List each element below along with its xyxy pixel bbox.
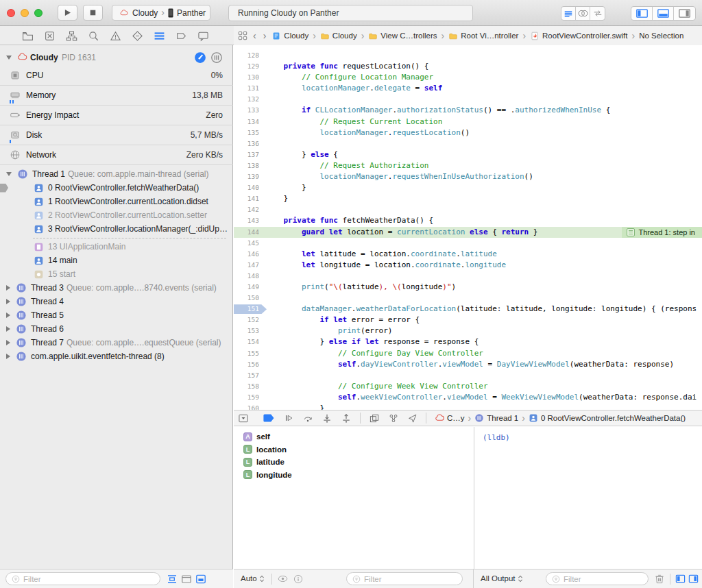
disclosure-closed-icon[interactable] bbox=[6, 313, 10, 318]
variable-row[interactable]: Aself bbox=[234, 430, 473, 443]
line-number[interactable]: 128 bbox=[234, 50, 259, 61]
thread-row[interactable]: com.apple.uikit.eventfetch-thread (8) bbox=[0, 350, 233, 363]
related-items-icon[interactable] bbox=[238, 31, 247, 40]
gauges-view-icon[interactable] bbox=[194, 51, 206, 64]
gauge-row-cpu[interactable]: CPU0% bbox=[0, 66, 233, 86]
code-line[interactable]: 140 } bbox=[234, 182, 702, 193]
breadcrumb-item[interactable]: Cloudy bbox=[320, 32, 357, 40]
line-number[interactable]: 141 bbox=[234, 193, 259, 204]
thread-row[interactable]: Thread 5 bbox=[0, 308, 233, 322]
code-line[interactable]: 133 if CLLocationManager.authorizationSt… bbox=[234, 105, 702, 116]
stack-frame-row[interactable]: 15 start bbox=[0, 267, 233, 281]
disclosure-closed-icon[interactable] bbox=[6, 285, 10, 291]
gauge-row-disk[interactable]: Disk5,7 MB/s bbox=[0, 125, 233, 145]
navigator-tab-find-navigator[interactable] bbox=[86, 29, 100, 42]
toggle-console-pane-icon[interactable] bbox=[688, 574, 699, 584]
assistant-editor-button[interactable] bbox=[576, 7, 590, 20]
navigator-tab-test-navigator[interactable] bbox=[130, 29, 144, 42]
breadcrumb-item[interactable]: Cloudy bbox=[271, 32, 308, 40]
line-number[interactable]: 140 bbox=[234, 182, 259, 193]
code-line[interactable]: 145 bbox=[234, 238, 702, 249]
code-line[interactable]: 142 bbox=[234, 204, 702, 215]
code-line[interactable]: 144 guard let location = currentLocation… bbox=[234, 227, 702, 238]
code-line[interactable]: 157 bbox=[234, 370, 702, 381]
variables-filter-field[interactable] bbox=[346, 572, 463, 585]
line-number[interactable]: 150 bbox=[234, 293, 259, 304]
toggle-inspector-button[interactable] bbox=[674, 7, 695, 20]
line-number[interactable]: 158 bbox=[234, 381, 259, 392]
code-line[interactable]: 152 if let error = error { bbox=[234, 315, 702, 326]
gauge-row-memory[interactable]: Memory13,8 MB bbox=[0, 86, 233, 106]
line-number[interactable]: 152 bbox=[234, 315, 259, 326]
stack-frame-row[interactable]: 13 UIApplicationMain bbox=[0, 240, 233, 254]
code-line[interactable]: 130 // Configure Location Manager bbox=[234, 72, 702, 83]
variable-row[interactable]: Llatitude bbox=[234, 456, 473, 469]
navigator-tab-debug-navigator[interactable] bbox=[152, 29, 166, 42]
code-line[interactable]: 153 print(error) bbox=[234, 326, 702, 336]
threads-view-icon[interactable] bbox=[210, 51, 223, 64]
trash-icon[interactable] bbox=[655, 574, 664, 584]
navigator-tab-source-control[interactable] bbox=[43, 29, 56, 42]
code-line[interactable]: 128 bbox=[234, 50, 702, 61]
code-line[interactable]: 158 // Configure Week View Controller bbox=[234, 381, 702, 392]
code-line[interactable]: 139 locationManager.requestWhenInUseAuth… bbox=[234, 171, 702, 182]
disclosure-open-icon[interactable] bbox=[6, 56, 12, 60]
thread-row[interactable]: Thread 4 bbox=[0, 295, 233, 308]
stack-frame-row[interactable]: 14 main bbox=[0, 254, 233, 267]
zoom-window-button[interactable] bbox=[34, 9, 43, 17]
process-header[interactable]: Cloudy PID 1631 bbox=[0, 49, 233, 66]
continue-icon[interactable] bbox=[284, 413, 294, 423]
line-number[interactable]: 135 bbox=[234, 127, 259, 138]
stack-frame-row[interactable]: 2 RootViewController.currentLocation.set… bbox=[0, 208, 233, 222]
line-number[interactable]: 145 bbox=[234, 238, 259, 249]
line-number[interactable]: 147 bbox=[234, 260, 259, 271]
toggle-variables-pane-icon[interactable] bbox=[675, 574, 686, 584]
code-line[interactable]: 146 let latitude = location.coordinate.l… bbox=[234, 249, 702, 260]
code-line[interactable]: 143 private func fetchWeatherData() { bbox=[234, 215, 702, 226]
code-line[interactable]: 131 locationManager.delegate = self bbox=[234, 83, 702, 94]
line-number[interactable]: 156 bbox=[234, 359, 259, 370]
stack-frame-row[interactable]: 1 RootViewController.currentLocation.did… bbox=[0, 195, 233, 208]
line-number[interactable]: 138 bbox=[234, 160, 259, 171]
code-line[interactable]: 132 bbox=[234, 94, 702, 105]
line-number[interactable]: 148 bbox=[234, 271, 259, 282]
line-number[interactable]: 154 bbox=[234, 336, 259, 347]
navigator-filter-input[interactable] bbox=[23, 575, 154, 583]
line-number[interactable]: 155 bbox=[234, 348, 259, 359]
thread-row[interactable]: Thread 7Queue: com.apple….equestQueue (s… bbox=[0, 336, 233, 350]
variable-row[interactable]: Llocation bbox=[234, 443, 473, 456]
windowed-processes-icon[interactable] bbox=[181, 574, 192, 585]
stack-frame-row[interactable]: 3 RootViewController.locationManager(_:d… bbox=[0, 222, 233, 236]
thread-row[interactable]: Thread 1Queue: com.apple.main-thread (se… bbox=[0, 167, 233, 181]
code-line[interactable]: 135 locationManager.requestLocation() bbox=[234, 127, 702, 138]
variable-row[interactable]: Llongitude bbox=[234, 469, 473, 482]
code-line[interactable]: 149 print("\(latitude), \(longitude)") bbox=[234, 282, 702, 293]
line-number[interactable]: 129 bbox=[234, 61, 259, 72]
line-number[interactable]: 157 bbox=[234, 370, 259, 381]
line-number[interactable]: 133 bbox=[234, 105, 259, 116]
line-number[interactable]: 159 bbox=[234, 392, 259, 403]
toggle-debug-area-button[interactable] bbox=[653, 7, 674, 20]
close-window-button[interactable] bbox=[7, 9, 15, 17]
breakpoints-toggle-icon[interactable] bbox=[263, 413, 276, 423]
code-line[interactable]: 138 // Request Authorization bbox=[234, 160, 702, 171]
line-number[interactable]: 136 bbox=[234, 138, 259, 149]
memory-graph-icon[interactable] bbox=[388, 413, 399, 424]
code-line[interactable]: 150 bbox=[234, 293, 702, 304]
line-number[interactable]: 143 bbox=[234, 215, 259, 226]
console-output-popup[interactable]: All Output bbox=[481, 574, 523, 583]
line-number[interactable]: 153 bbox=[234, 326, 259, 336]
navigator-tab-project-navigator[interactable] bbox=[21, 29, 34, 42]
line-number[interactable]: 131 bbox=[234, 83, 259, 94]
console-filter-input[interactable] bbox=[564, 575, 642, 583]
step-out-icon[interactable] bbox=[341, 413, 352, 424]
source-editor[interactable]: 128129 private func requestLocation() {1… bbox=[234, 45, 702, 410]
navigator-tab-breakpoint-navigator[interactable] bbox=[174, 29, 188, 42]
code-line[interactable]: 147 let longitude = location.coordinate.… bbox=[234, 260, 702, 271]
line-number[interactable]: 149 bbox=[234, 282, 259, 293]
view-hierarchy-icon[interactable] bbox=[369, 413, 380, 424]
debug-breadcrumb-item[interactable]: C…y bbox=[435, 413, 465, 423]
line-number[interactable]: 146 bbox=[234, 249, 259, 260]
stack-frame-row[interactable]: 0 RootViewController.fetchWeatherData() bbox=[0, 181, 233, 195]
thread-row[interactable]: Thread 6 bbox=[0, 322, 233, 336]
